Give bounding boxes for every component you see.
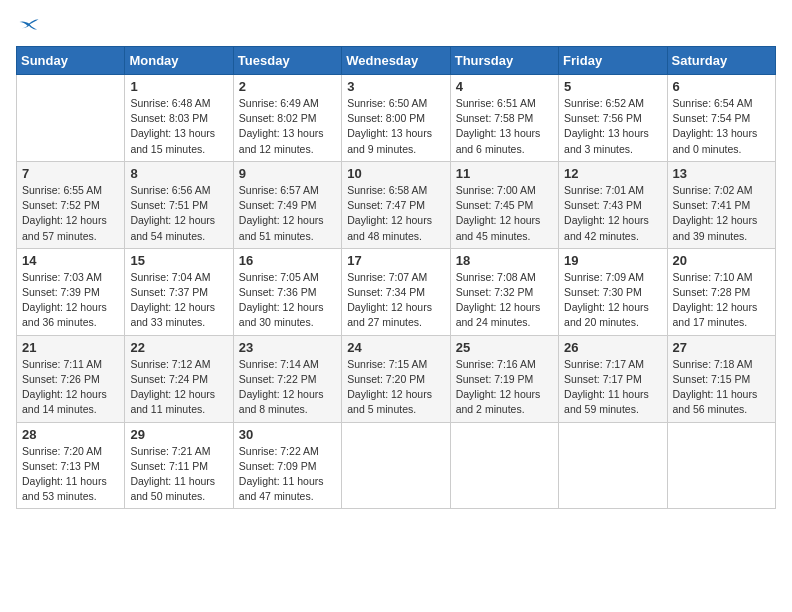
calendar-cell: 11Sunrise: 7:00 AMSunset: 7:45 PMDayligh… [450,161,558,248]
day-number: 9 [239,166,336,181]
calendar-cell: 9Sunrise: 6:57 AMSunset: 7:49 PMDaylight… [233,161,341,248]
day-info: Sunrise: 7:14 AMSunset: 7:22 PMDaylight:… [239,357,336,418]
calendar-week-row: 21Sunrise: 7:11 AMSunset: 7:26 PMDayligh… [17,335,776,422]
calendar-cell [559,422,667,509]
day-number: 18 [456,253,553,268]
day-info: Sunrise: 7:02 AMSunset: 7:41 PMDaylight:… [673,183,770,244]
logo [16,16,40,34]
day-number: 23 [239,340,336,355]
calendar-week-row: 7Sunrise: 6:55 AMSunset: 7:52 PMDaylight… [17,161,776,248]
calendar-cell [667,422,775,509]
day-number: 24 [347,340,444,355]
day-info: Sunrise: 6:50 AMSunset: 8:00 PMDaylight:… [347,96,444,157]
calendar-cell: 17Sunrise: 7:07 AMSunset: 7:34 PMDayligh… [342,248,450,335]
weekday-header: Tuesday [233,47,341,75]
day-info: Sunrise: 7:01 AMSunset: 7:43 PMDaylight:… [564,183,661,244]
calendar-cell: 8Sunrise: 6:56 AMSunset: 7:51 PMDaylight… [125,161,233,248]
day-info: Sunrise: 7:09 AMSunset: 7:30 PMDaylight:… [564,270,661,331]
day-info: Sunrise: 6:51 AMSunset: 7:58 PMDaylight:… [456,96,553,157]
day-number: 1 [130,79,227,94]
day-number: 19 [564,253,661,268]
calendar-week-row: 14Sunrise: 7:03 AMSunset: 7:39 PMDayligh… [17,248,776,335]
day-info: Sunrise: 6:56 AMSunset: 7:51 PMDaylight:… [130,183,227,244]
calendar-cell: 21Sunrise: 7:11 AMSunset: 7:26 PMDayligh… [17,335,125,422]
day-number: 10 [347,166,444,181]
day-info: Sunrise: 6:48 AMSunset: 8:03 PMDaylight:… [130,96,227,157]
day-info: Sunrise: 6:54 AMSunset: 7:54 PMDaylight:… [673,96,770,157]
calendar-cell: 3Sunrise: 6:50 AMSunset: 8:00 PMDaylight… [342,75,450,162]
calendar-cell: 26Sunrise: 7:17 AMSunset: 7:17 PMDayligh… [559,335,667,422]
day-number: 22 [130,340,227,355]
day-info: Sunrise: 7:07 AMSunset: 7:34 PMDaylight:… [347,270,444,331]
calendar-cell: 24Sunrise: 7:15 AMSunset: 7:20 PMDayligh… [342,335,450,422]
calendar-week-row: 28Sunrise: 7:20 AMSunset: 7:13 PMDayligh… [17,422,776,509]
day-number: 30 [239,427,336,442]
day-number: 4 [456,79,553,94]
calendar-cell: 30Sunrise: 7:22 AMSunset: 7:09 PMDayligh… [233,422,341,509]
weekday-header: Friday [559,47,667,75]
calendar-cell: 25Sunrise: 7:16 AMSunset: 7:19 PMDayligh… [450,335,558,422]
day-info: Sunrise: 7:21 AMSunset: 7:11 PMDaylight:… [130,444,227,505]
weekday-header: Saturday [667,47,775,75]
day-info: Sunrise: 7:05 AMSunset: 7:36 PMDaylight:… [239,270,336,331]
calendar-cell: 5Sunrise: 6:52 AMSunset: 7:56 PMDaylight… [559,75,667,162]
calendar-cell: 4Sunrise: 6:51 AMSunset: 7:58 PMDaylight… [450,75,558,162]
day-info: Sunrise: 6:57 AMSunset: 7:49 PMDaylight:… [239,183,336,244]
day-number: 28 [22,427,119,442]
day-info: Sunrise: 7:20 AMSunset: 7:13 PMDaylight:… [22,444,119,505]
weekday-header: Sunday [17,47,125,75]
day-number: 26 [564,340,661,355]
day-info: Sunrise: 7:03 AMSunset: 7:39 PMDaylight:… [22,270,119,331]
calendar-cell: 18Sunrise: 7:08 AMSunset: 7:32 PMDayligh… [450,248,558,335]
calendar-cell: 20Sunrise: 7:10 AMSunset: 7:28 PMDayligh… [667,248,775,335]
calendar-cell: 7Sunrise: 6:55 AMSunset: 7:52 PMDaylight… [17,161,125,248]
calendar-cell [450,422,558,509]
calendar-cell: 13Sunrise: 7:02 AMSunset: 7:41 PMDayligh… [667,161,775,248]
day-info: Sunrise: 7:18 AMSunset: 7:15 PMDaylight:… [673,357,770,418]
day-info: Sunrise: 7:08 AMSunset: 7:32 PMDaylight:… [456,270,553,331]
day-number: 29 [130,427,227,442]
day-info: Sunrise: 7:17 AMSunset: 7:17 PMDaylight:… [564,357,661,418]
day-number: 11 [456,166,553,181]
calendar-header-row: SundayMondayTuesdayWednesdayThursdayFrid… [17,47,776,75]
calendar-table: SundayMondayTuesdayWednesdayThursdayFrid… [16,46,776,509]
day-number: 6 [673,79,770,94]
day-number: 21 [22,340,119,355]
day-number: 27 [673,340,770,355]
calendar-cell: 28Sunrise: 7:20 AMSunset: 7:13 PMDayligh… [17,422,125,509]
calendar-cell: 27Sunrise: 7:18 AMSunset: 7:15 PMDayligh… [667,335,775,422]
day-info: Sunrise: 7:00 AMSunset: 7:45 PMDaylight:… [456,183,553,244]
day-info: Sunrise: 6:49 AMSunset: 8:02 PMDaylight:… [239,96,336,157]
calendar-cell: 16Sunrise: 7:05 AMSunset: 7:36 PMDayligh… [233,248,341,335]
calendar-cell: 23Sunrise: 7:14 AMSunset: 7:22 PMDayligh… [233,335,341,422]
day-number: 13 [673,166,770,181]
day-number: 7 [22,166,119,181]
calendar-cell: 12Sunrise: 7:01 AMSunset: 7:43 PMDayligh… [559,161,667,248]
day-number: 3 [347,79,444,94]
calendar-cell: 29Sunrise: 7:21 AMSunset: 7:11 PMDayligh… [125,422,233,509]
calendar-cell: 19Sunrise: 7:09 AMSunset: 7:30 PMDayligh… [559,248,667,335]
weekday-header: Thursday [450,47,558,75]
day-info: Sunrise: 7:04 AMSunset: 7:37 PMDaylight:… [130,270,227,331]
day-number: 8 [130,166,227,181]
day-info: Sunrise: 7:16 AMSunset: 7:19 PMDaylight:… [456,357,553,418]
calendar-week-row: 1Sunrise: 6:48 AMSunset: 8:03 PMDaylight… [17,75,776,162]
day-number: 14 [22,253,119,268]
day-info: Sunrise: 7:22 AMSunset: 7:09 PMDaylight:… [239,444,336,505]
calendar-cell: 14Sunrise: 7:03 AMSunset: 7:39 PMDayligh… [17,248,125,335]
day-number: 12 [564,166,661,181]
logo-bird-icon [18,16,40,34]
day-info: Sunrise: 6:58 AMSunset: 7:47 PMDaylight:… [347,183,444,244]
day-info: Sunrise: 6:55 AMSunset: 7:52 PMDaylight:… [22,183,119,244]
calendar-cell: 22Sunrise: 7:12 AMSunset: 7:24 PMDayligh… [125,335,233,422]
weekday-header: Wednesday [342,47,450,75]
calendar-cell: 10Sunrise: 6:58 AMSunset: 7:47 PMDayligh… [342,161,450,248]
day-number: 25 [456,340,553,355]
calendar-cell [17,75,125,162]
day-number: 17 [347,253,444,268]
calendar-cell: 1Sunrise: 6:48 AMSunset: 8:03 PMDaylight… [125,75,233,162]
day-number: 20 [673,253,770,268]
day-number: 16 [239,253,336,268]
day-info: Sunrise: 7:12 AMSunset: 7:24 PMDaylight:… [130,357,227,418]
day-number: 2 [239,79,336,94]
